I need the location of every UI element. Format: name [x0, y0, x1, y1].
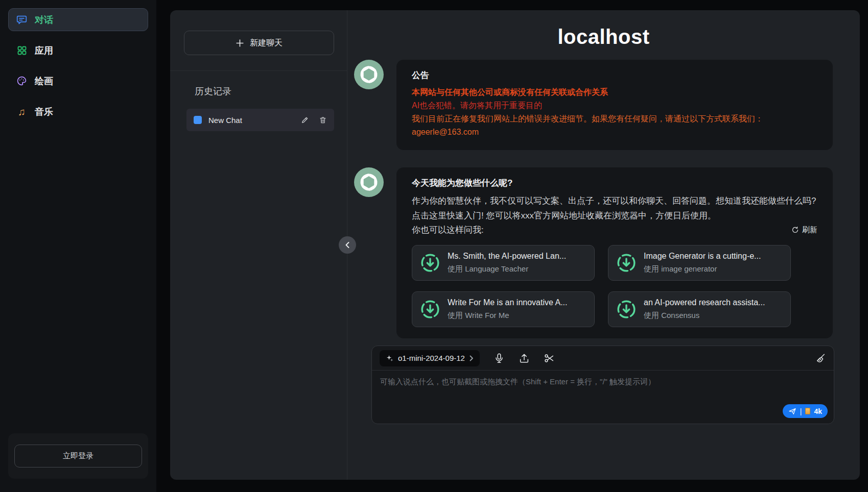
- refresh-button[interactable]: 刷新: [791, 225, 817, 235]
- model-name: o1-mini-2024-09-12: [398, 354, 465, 362]
- welcome-body: 作为你的智慧伙伴，我不仅可以写文案、出点子，还可以和你聊天、回答问题。想知道我还…: [412, 193, 817, 223]
- plus-icon: [236, 39, 244, 47]
- chevron-right-icon: [470, 355, 474, 361]
- announcement-line: 本网站与任何其他公司或商标没有任何关联或合作关系: [412, 86, 817, 99]
- badge-divider: |: [800, 407, 802, 415]
- card-subtitle: 使用 image generator: [644, 264, 761, 274]
- arrow-down-circle-icon: [617, 253, 636, 273]
- sidebar: 对话 应用 绘画 ♫ 音乐: [0, 0, 156, 492]
- new-chat-button-label: 新建聊天: [250, 38, 283, 48]
- announcement-line: 我们目前正在修复我们网站上的错误并改进细节。如果您有任何疑问，请通过以下方式联系…: [412, 112, 817, 126]
- refresh-label: 刷新: [802, 225, 817, 235]
- chat-list-pane: 新建聊天 历史记录 New Chat: [170, 10, 347, 480]
- suggestion-card[interactable]: Ms. Smith, the AI-powered Lan... 使用 Lang…: [412, 245, 595, 281]
- announcement-bubble: 公告 本网站与任何其他公司或商标没有任何关联或合作关系 AI也会犯错。请勿将其用…: [396, 60, 833, 150]
- divider: [170, 70, 347, 71]
- openai-logo-icon: [359, 64, 379, 85]
- send-button[interactable]: | 4k: [783, 404, 828, 418]
- delete-icon[interactable]: [319, 116, 327, 124]
- composer: o1-mini-2024-09-12: [371, 346, 834, 424]
- sidebar-item-paint[interactable]: 绘画: [8, 69, 148, 92]
- composer-toolbar: o1-mini-2024-09-12: [372, 346, 834, 371]
- sparkle-icon: [386, 354, 393, 362]
- refresh-icon: [791, 226, 799, 234]
- sidebar-item-music[interactable]: ♫ 音乐: [8, 100, 148, 123]
- card-subtitle: 使用 Language Teacher: [448, 264, 566, 274]
- announcement-line: AI也会犯错。请勿将其用于重要目的: [412, 99, 817, 112]
- chat-pane: localhost: [347, 10, 860, 480]
- sidebar-item-apps[interactable]: 应用: [8, 39, 148, 62]
- sidebar-nav: 对话 应用 绘画 ♫ 音乐: [0, 0, 156, 139]
- card-subtitle: 使用 Write For Me: [448, 311, 567, 321]
- message-list: 公告 本网站与任何其他公司或商标没有任何关联或合作关系 AI也会犯错。请勿将其用…: [347, 48, 860, 338]
- card-title: Write For Me is an innovative A...: [448, 298, 567, 307]
- message-welcome: 今天我能为您做些什么呢? 作为你的智慧伙伴，我不仅可以写文案、出点子，还可以和你…: [354, 167, 833, 338]
- suggestion-card[interactable]: an AI-powered research assista... 使用 Con…: [608, 291, 791, 327]
- openai-logo-icon: [359, 172, 379, 192]
- announcement-heading: 公告: [412, 69, 817, 81]
- card-title: Image Generator is a cutting-e...: [644, 252, 761, 261]
- welcome-heading: 今天我能为您做些什么呢?: [412, 177, 817, 189]
- announcement-email: ageerle@163.com: [412, 126, 817, 139]
- suggestion-card[interactable]: Write For Me is an innovative A... 使用 Wr…: [412, 291, 595, 327]
- card-subtitle: 使用 Consensus: [644, 311, 765, 321]
- apps-grid-icon: [16, 45, 27, 56]
- card-texts: an AI-powered research assista... 使用 Con…: [644, 298, 765, 321]
- model-selector[interactable]: o1-mini-2024-09-12: [380, 350, 480, 366]
- sidebar-item-label: 绘画: [35, 75, 53, 87]
- login-card: 立即登录: [8, 433, 148, 479]
- new-chat-button[interactable]: 新建聊天: [184, 31, 334, 55]
- card-texts: Image Generator is a cutting-e... 使用 ima…: [644, 252, 761, 274]
- arrow-down-circle-icon: [617, 300, 636, 319]
- card-title: Ms. Smith, the AI-powered Lan...: [448, 252, 566, 261]
- composer-body: | 4k: [372, 371, 834, 424]
- sidebar-item-label: 对话: [35, 14, 53, 26]
- message-announcement: 公告 本网站与任何其他公司或商标没有任何关联或合作关系 AI也会犯错。请勿将其用…: [354, 60, 833, 150]
- page-title: localhost: [347, 26, 860, 48]
- chat-history-item[interactable]: New Chat: [186, 109, 334, 131]
- chat-item-icon: [194, 116, 202, 124]
- suggestion-cards: Ms. Smith, the AI-powered Lan... 使用 Lang…: [412, 245, 791, 327]
- collapse-sidebar-button[interactable]: [339, 236, 356, 254]
- scissors-icon[interactable]: [544, 353, 555, 364]
- card-title: an AI-powered research assista...: [644, 298, 765, 307]
- sidebar-item-label: 音乐: [35, 106, 53, 118]
- paper-plane-icon: [788, 407, 796, 415]
- message-input[interactable]: [372, 371, 834, 424]
- microphone-icon[interactable]: [494, 353, 505, 364]
- arrow-down-circle-icon: [420, 300, 440, 319]
- welcome-bubble: 今天我能为您做些什么呢? 作为你的智慧伙伴，我不仅可以写文案、出点子，还可以和你…: [396, 167, 833, 338]
- token-count: 4k: [814, 407, 822, 415]
- chat-bubble-icon: [16, 14, 27, 25]
- ask-hint: 你也可以这样问我:: [412, 224, 484, 236]
- hint-row: 你也可以这样问我: 刷新: [412, 224, 817, 236]
- music-note-icon: ♫: [16, 106, 27, 117]
- assistant-avatar: [354, 167, 384, 197]
- card-texts: Write For Me is an innovative A... 使用 Wr…: [448, 298, 567, 321]
- chat-item-title: New Chat: [208, 116, 294, 125]
- assistant-avatar: [354, 60, 384, 89]
- suggestion-card[interactable]: Image Generator is a cutting-e... 使用 ima…: [608, 245, 791, 281]
- upload-icon[interactable]: [519, 353, 530, 364]
- sidebar-item-label: 应用: [35, 44, 53, 57]
- history-label: 历史记录: [195, 85, 347, 97]
- chevron-left-icon: [344, 241, 350, 249]
- clear-broom-icon[interactable]: [815, 353, 826, 364]
- login-button[interactable]: 立即登录: [14, 445, 142, 468]
- arrow-down-circle-icon: [420, 253, 440, 273]
- palette-icon: [16, 76, 27, 86]
- card-texts: Ms. Smith, the AI-powered Lan... 使用 Lang…: [448, 252, 566, 274]
- sidebar-item-chat[interactable]: 对话: [8, 8, 148, 31]
- workspace: 新建聊天 历史记录 New Chat localhost: [170, 10, 860, 480]
- edit-icon[interactable]: [301, 116, 309, 124]
- token-coin-icon: [805, 408, 810, 414]
